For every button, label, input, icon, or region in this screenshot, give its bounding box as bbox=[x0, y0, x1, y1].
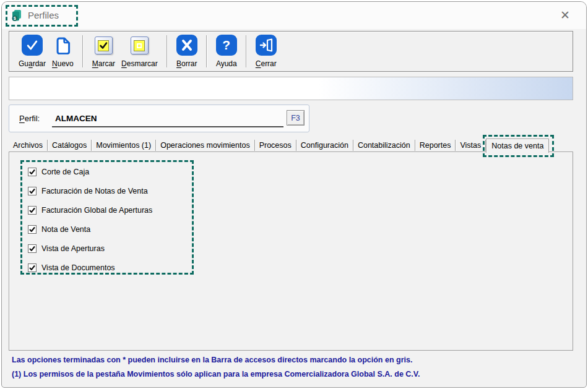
borrar-label: Borrar bbox=[176, 59, 197, 68]
title-bar: $ Perfiles ✕ bbox=[2, 2, 586, 29]
borrar-button[interactable]: Borrar bbox=[173, 34, 201, 70]
exit-door-icon bbox=[256, 35, 277, 56]
checkbox-vista-de-documentos[interactable]: Vista de Documentos bbox=[28, 262, 115, 274]
tab-reportes[interactable]: Reportes bbox=[415, 140, 456, 151]
nuevo-button[interactable]: Nuevo bbox=[49, 34, 77, 70]
checkbox-facturacion-notas-venta[interactable]: Facturación de Notas de Venta bbox=[28, 185, 148, 197]
desmarcar-label: Desmarcar bbox=[121, 59, 158, 68]
tab-catalogos[interactable]: Catálogos bbox=[48, 140, 92, 151]
nuevo-label: Nuevo bbox=[52, 59, 74, 68]
guardar-label: Guardar bbox=[19, 59, 46, 68]
tab-configuracion[interactable]: Configuración bbox=[296, 140, 353, 151]
toolbar-separator bbox=[82, 35, 84, 67]
toolbar-separator bbox=[206, 35, 207, 67]
ayuda-button[interactable]: ? Ayuda bbox=[213, 34, 240, 70]
footer-note-2: (1) Los permisos de la pestaña Movimient… bbox=[12, 370, 420, 378]
delete-x-icon bbox=[176, 35, 197, 56]
ayuda-label: Ayuda bbox=[216, 59, 237, 68]
checkbox-checked-icon bbox=[28, 263, 37, 272]
tab-procesos[interactable]: Procesos bbox=[255, 140, 296, 151]
tab-contabilizacion[interactable]: Contabilización bbox=[353, 140, 415, 151]
unchecked-box-icon bbox=[131, 36, 149, 54]
tab-notas-de-venta[interactable]: Notas de venta bbox=[486, 139, 549, 153]
tab-notas-de-venta-label: Notas de venta bbox=[491, 142, 543, 150]
new-page-icon bbox=[52, 35, 73, 56]
toolbar-separator bbox=[166, 35, 168, 67]
marcar-button[interactable]: Marcar bbox=[89, 34, 118, 70]
checkbox-nota-de-venta[interactable]: Nota de Venta bbox=[28, 223, 90, 236]
desmarcar-button[interactable]: Desmarcar bbox=[118, 34, 161, 70]
checkbox-label: Nota de Venta bbox=[41, 225, 90, 234]
close-icon[interactable]: ✕ bbox=[560, 8, 570, 23]
perfil-label: Perfil: bbox=[19, 114, 40, 123]
guardar-button[interactable]: Guardar bbox=[15, 34, 49, 70]
marcar-label: Marcar bbox=[92, 59, 115, 68]
cerrar-button[interactable]: Cerrar bbox=[253, 34, 280, 70]
tab-archivos[interactable]: Archivos bbox=[9, 140, 48, 151]
footer-note-1: Las opciones terminadas con * pueden inc… bbox=[12, 356, 412, 364]
perfiles-dialog: $ Perfiles ✕ Guardar Nuevo bbox=[1, 1, 587, 388]
checkbox-checked-icon bbox=[28, 225, 37, 234]
perfil-value: ALMACEN bbox=[55, 114, 97, 123]
checkbox-vista-de-aperturas[interactable]: Vista de Aperturas bbox=[28, 242, 105, 255]
gradient-banner bbox=[9, 77, 573, 100]
profile-groupbox: Perfil: ALMACEN F3 bbox=[9, 105, 309, 132]
checkbox-label: Facturación Global de Aperturas bbox=[41, 206, 152, 215]
help-question-icon: ? bbox=[216, 35, 237, 56]
checkbox-label: Corte de Caja bbox=[41, 168, 89, 176]
tab-movimientos[interactable]: Movimientos (1) bbox=[92, 140, 156, 151]
checkbox-checked-icon bbox=[28, 244, 37, 253]
toolbar-separator bbox=[246, 35, 247, 67]
checkbox-label: Vista de Documentos bbox=[41, 263, 115, 272]
f3-lookup-button[interactable]: F3 bbox=[287, 110, 305, 126]
perfil-input[interactable]: ALMACEN bbox=[52, 110, 283, 127]
save-check-icon bbox=[22, 35, 43, 56]
checkbox-label: Vista de Aperturas bbox=[41, 244, 105, 253]
toolbar: Guardar Nuevo Marcar De bbox=[9, 31, 573, 72]
checkbox-checked-icon bbox=[28, 206, 37, 215]
checkbox-facturacion-global-aperturas[interactable]: Facturación Global de Aperturas bbox=[28, 204, 152, 216]
tab-strip: Archivos Catálogos Movimientos (1) Opera… bbox=[9, 137, 573, 152]
checkbox-checked-icon bbox=[28, 187, 37, 195]
checkbox-corte-de-caja[interactable]: Corte de Caja bbox=[28, 166, 89, 178]
app-document-dollar-icon: $ bbox=[11, 9, 23, 22]
tab-content-panel: Corte de Caja Facturación de Notas de Ve… bbox=[9, 152, 573, 351]
checkbox-label: Facturación de Notas de Venta bbox=[41, 187, 148, 195]
checked-box-icon bbox=[95, 36, 113, 54]
tab-vistas[interactable]: Vistas bbox=[456, 140, 486, 151]
cerrar-label: Cerrar bbox=[256, 59, 277, 68]
window-title: Perfiles bbox=[28, 10, 59, 20]
checkbox-checked-icon bbox=[28, 168, 37, 176]
tab-operaciones-movimientos[interactable]: Operaciones movimientos bbox=[156, 140, 255, 151]
